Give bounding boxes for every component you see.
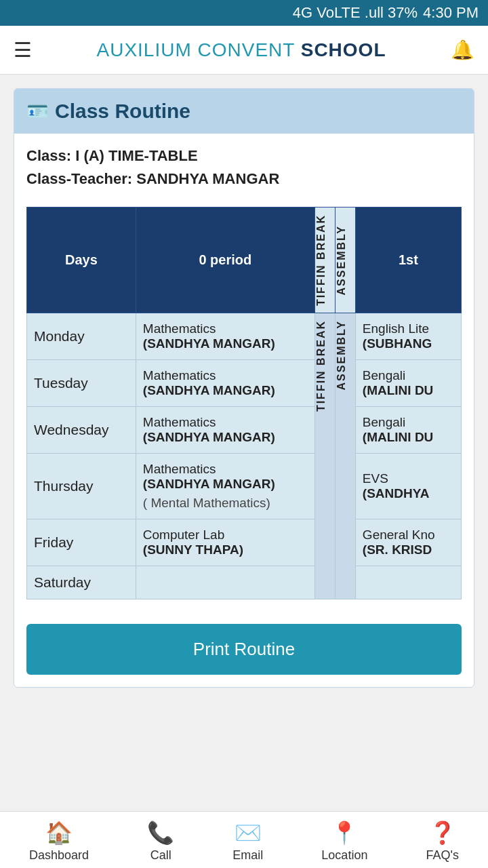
subject-name: Computer Lab — [143, 528, 308, 542]
teacher-name: (MALINI DU — [363, 383, 454, 398]
app-header: ☰ AUXILIUM CONVENT SCHOOL 🔔 — [0, 26, 488, 75]
assembly-label: ASSEMBLY — [336, 218, 348, 302]
teacher-name: (SR. KRISD — [363, 542, 454, 557]
main-area: 🪪 Class Routine Class: I (A) TIME-TABLE … — [0, 75, 488, 701]
table-row: FridayComputer Lab(SUNNY THAPA)General K… — [27, 519, 462, 566]
assembly-text: ASSEMBLY — [336, 313, 348, 397]
home-icon: 🏠 — [45, 820, 73, 846]
routine-card-title: Class Routine — [55, 100, 190, 123]
print-routine-button[interactable]: Print Routine — [26, 624, 462, 675]
nav-location-label: Location — [321, 848, 367, 863]
teacher-name: (SANDHYA MANGAR) — [143, 430, 308, 445]
email-icon: ✉️ — [235, 820, 262, 846]
period1-cell: English Lite(SUBHANG — [355, 313, 461, 360]
routine-card-icon: 🪪 — [26, 101, 48, 122]
nav-location[interactable]: 📍 Location — [321, 820, 367, 863]
app-title: AUXILIUM CONVENT SCHOOL — [97, 39, 386, 61]
class-label: Class: — [26, 147, 71, 164]
routine-card-header: 🪪 Class Routine — [14, 89, 474, 134]
period1-cell: Bengali(MALINI DU — [355, 360, 461, 407]
table-row: WednesdayMathematics(SANDHYA MANGAR)Beng… — [27, 407, 462, 454]
period0-cell: Mathematics(SANDHYA MANGAR) — [136, 407, 314, 454]
teacher-value: SANDHYA MANGAR — [136, 170, 279, 187]
period0-cell: Mathematics(SANDHYA MANGAR)( Mental Math… — [136, 454, 314, 519]
col-tiffin-break: TIFFIN BREAK — [314, 208, 335, 313]
day-cell: Friday — [27, 519, 136, 566]
call-icon: 📞 — [147, 820, 174, 846]
subject-name: English Lite — [363, 321, 454, 336]
teacher-name: (SUNNY THAPA) — [143, 542, 308, 557]
routine-card: 🪪 Class Routine Class: I (A) TIME-TABLE … — [14, 88, 474, 688]
day-cell: Wednesday — [27, 407, 136, 454]
day-cell: Tuesday — [27, 360, 136, 407]
nav-faq[interactable]: ❓ FAQ's — [426, 820, 458, 863]
col-assembly: ASSEMBLY — [335, 208, 355, 313]
table-row: ThursdayMathematics(SANDHYA MANGAR)( Men… — [27, 454, 462, 519]
nav-email-label: Email — [232, 848, 263, 863]
subject-name: General Kno — [363, 528, 454, 542]
teacher-name: (SANDHYA MANGAR) — [143, 336, 308, 351]
subject-name: Bengali — [363, 368, 454, 383]
tiffin-break-label: TIFFIN BREAK — [315, 208, 327, 313]
faq-icon: ❓ — [429, 820, 456, 846]
subject-name: Mathematics — [143, 415, 308, 430]
nav-call[interactable]: 📞 Call — [147, 820, 174, 863]
day-cell: Thursday — [27, 454, 136, 519]
notification-bell-icon[interactable]: 🔔 — [451, 39, 474, 61]
col-days: Days — [27, 208, 136, 313]
col-period1: 1st — [355, 208, 461, 313]
day-cell: Monday — [27, 313, 136, 360]
period1-cell: EVS(SANDHYA — [355, 454, 461, 519]
class-info-line: Class: I (A) TIME-TABLE — [26, 147, 462, 165]
title-bold: SCHOOL — [301, 39, 386, 60]
day-cell: Saturday — [27, 566, 136, 599]
teacher-name: (MALINI DU — [363, 430, 454, 445]
table-row: Saturday — [27, 566, 462, 599]
period0-cell: Mathematics(SANDHYA MANGAR) — [136, 313, 314, 360]
teacher-name: (SANDHYA MANGAR) — [143, 477, 308, 492]
assembly-cell: ASSEMBLY — [335, 313, 355, 599]
bottom-navigation: 🏠 Dashboard 📞 Call ✉️ Email 📍 Location ❓… — [0, 811, 488, 868]
subject-name: Mathematics — [143, 462, 308, 477]
signal-info: 4G VoLTE .ull 37% — [293, 4, 418, 22]
page-content: 🪪 Class Routine Class: I (A) TIME-TABLE … — [0, 75, 488, 762]
nav-faq-label: FAQ's — [426, 848, 458, 863]
period0-cell — [136, 566, 314, 599]
teacher-name: (SANDHYA — [363, 486, 454, 501]
time-display: 4:30 PM — [423, 4, 479, 22]
nav-dashboard[interactable]: 🏠 Dashboard — [29, 820, 89, 863]
subject-name: EVS — [363, 471, 454, 486]
nav-dashboard-label: Dashboard — [29, 848, 89, 863]
nav-email[interactable]: ✉️ Email — [232, 820, 263, 863]
teacher-label: Class-Teacher: — [26, 170, 132, 187]
col-period0: 0 period — [136, 208, 314, 313]
tiffin-break-cell: TIFFIN BREAK — [314, 313, 335, 599]
location-icon: 📍 — [331, 820, 358, 846]
extra-info: ( Mental Mathematics) — [143, 496, 308, 511]
routine-info: Class: I (A) TIME-TABLE Class-Teacher: S… — [14, 134, 474, 200]
period1-cell — [355, 566, 461, 599]
class-value: I (A) TIME-TABLE — [75, 147, 197, 164]
subject-name: Mathematics — [143, 368, 308, 383]
period1-cell: Bengali(MALINI DU — [355, 407, 461, 454]
timetable-container: Days 0 period TIFFIN BREAK ASSEMBLY 1st — [26, 207, 462, 599]
print-button-container: Print Routine — [14, 612, 474, 687]
title-light: AUXILIUM CONVENT — [97, 39, 295, 60]
teacher-info-line: Class-Teacher: SANDHYA MANGAR — [26, 170, 462, 188]
period0-cell: Mathematics(SANDHYA MANGAR) — [136, 360, 314, 407]
subject-name: Mathematics — [143, 321, 308, 336]
teacher-name: (SANDHYA MANGAR) — [143, 383, 308, 398]
period0-cell: Computer Lab(SUNNY THAPA) — [136, 519, 314, 566]
timetable: Days 0 period TIFFIN BREAK ASSEMBLY 1st — [26, 207, 462, 599]
tiffin-break-text: TIFFIN BREAK — [315, 313, 327, 418]
menu-icon[interactable]: ☰ — [14, 38, 32, 62]
table-row: MondayMathematics(SANDHYA MANGAR)TIFFIN … — [27, 313, 462, 360]
teacher-name: (SUBHANG — [363, 336, 454, 351]
period1-cell: General Kno(SR. KRISD — [355, 519, 461, 566]
nav-call-label: Call — [150, 848, 171, 863]
subject-name: Bengali — [363, 415, 454, 430]
status-bar: 4G VoLTE .ull 37% 4:30 PM — [0, 0, 488, 26]
table-row: TuesdayMathematics(SANDHYA MANGAR)Bengal… — [27, 360, 462, 407]
